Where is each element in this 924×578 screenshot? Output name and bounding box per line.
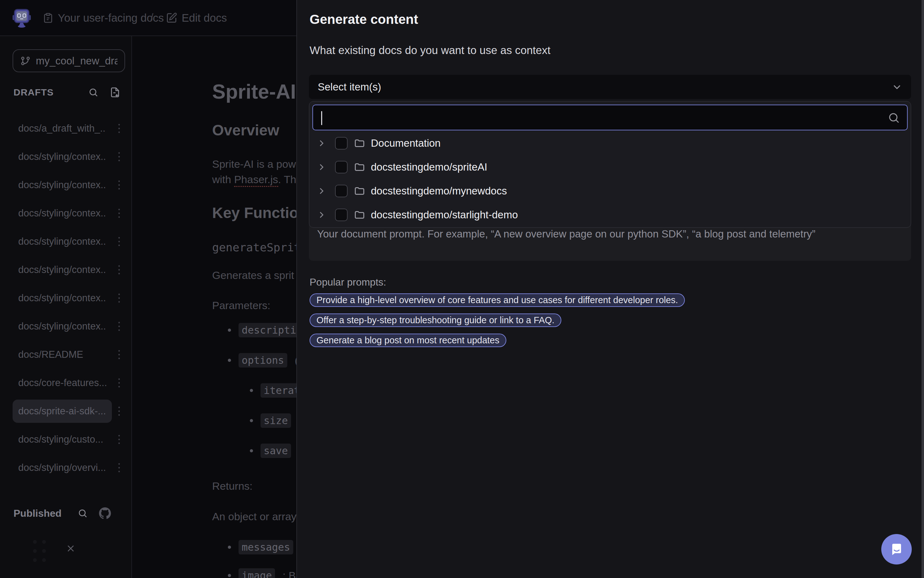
draft-list-item[interactable]: docs/styling/contex... [13, 227, 123, 256]
tree-item[interactable]: docstestingdemo/mynewdocs [309, 179, 911, 203]
kebab-menu-icon[interactable] [117, 208, 121, 219]
kebab-menu-icon[interactable] [117, 434, 121, 445]
folder-icon [354, 185, 365, 196]
tree-item[interactable]: Documentation [309, 131, 911, 155]
draft-label: docs/styling/contex... [18, 151, 106, 162]
draft-list-item[interactable]: docs/styling/overvi... [13, 454, 123, 482]
doc-key-functions-heading: Key Functio [212, 204, 299, 221]
context-question: What existing docs do you want to use as… [309, 44, 551, 57]
bottom-toolbar [0, 536, 94, 573]
doc-paragraph-line: with Phaser.js. Th [212, 174, 296, 186]
draft-list-item[interactable]: docs/styling/contex... [13, 256, 123, 284]
select-items-label: Select item(s) [318, 81, 381, 93]
breadcrumb-your-docs[interactable]: Your user-facing docs [43, 0, 164, 36]
tree-item-label: docstestingdemo/mynewdocs [371, 185, 507, 197]
dropdown-search-input[interactable] [313, 105, 907, 130]
chevron-right-icon[interactable] [316, 186, 327, 196]
search-icon [888, 112, 900, 124]
text-cursor [321, 111, 322, 125]
tree-item[interactable]: docstestingdemo/spriteAI [309, 155, 911, 179]
draft-list-item[interactable]: docs/sprite-ai-sdk-... [13, 397, 123, 425]
draft-list-item[interactable]: docs/a_draft_with_... [13, 114, 123, 143]
doc-returns-label: Returns: [212, 480, 253, 492]
draft-label: docs/styling/contex... [18, 321, 106, 332]
search-drafts-button[interactable] [88, 87, 98, 97]
search-icon [88, 87, 98, 97]
prompt-pill-label: Generate a blog post on most recent upda… [317, 335, 499, 346]
tree-item-label: Documentation [371, 137, 441, 149]
prompt-pill-button[interactable]: Provide a high-level overview of core fe… [309, 294, 685, 307]
draft-list-item[interactable]: docs/styling/contex... [13, 284, 123, 312]
doc-function-desc: Generates a sprit [212, 269, 294, 281]
kebab-menu-icon[interactable] [117, 292, 121, 304]
checkbox[interactable] [335, 137, 348, 149]
kebab-menu-icon[interactable] [117, 321, 121, 332]
draft-label: docs/styling/contex... [18, 208, 106, 219]
drafts-section-header: DRAFTS [13, 87, 120, 98]
kebab-menu-icon[interactable] [117, 377, 121, 388]
scrollbar[interactable] [921, 0, 924, 578]
git-branch-icon [20, 55, 31, 66]
chat-bubble-icon [889, 542, 904, 557]
phaser-link[interactable]: Phaser.js [234, 174, 278, 187]
breadcrumb-edit-docs[interactable]: Edit docs [166, 0, 227, 36]
kebab-menu-icon[interactable] [117, 349, 121, 360]
draft-list-item[interactable]: docs/core-features... [13, 369, 123, 397]
chevron-right-icon[interactable] [316, 138, 327, 149]
popular-prompts-label: Popular prompts: [309, 276, 386, 288]
file-plus-icon [110, 87, 120, 98]
checkbox[interactable] [335, 161, 348, 174]
chevron-right-icon[interactable] [316, 209, 327, 220]
doc-paragraph-line: Sprite-AI is a pow [212, 158, 296, 170]
kebab-menu-icon[interactable] [117, 264, 121, 276]
kebab-menu-icon[interactable] [117, 151, 121, 162]
chat-launcher-button[interactable] [881, 534, 912, 565]
file-pen-icon [166, 12, 177, 24]
docs-tree: Documentation docstestingdemo/spriteAI [309, 131, 911, 227]
prompt-pill-label: Provide a high-level overview of core fe… [317, 295, 678, 305]
doc-title: Sprite-AI [212, 80, 296, 103]
draft-list-item[interactable]: docs/styling/contex... [13, 171, 123, 199]
kebab-menu-icon[interactable] [117, 406, 121, 417]
breadcrumb-label: Your user-facing docs [58, 11, 164, 24]
folder-icon [354, 138, 365, 149]
kebab-menu-icon[interactable] [117, 123, 121, 134]
kebab-menu-icon[interactable] [117, 462, 121, 473]
draft-label: docs/styling/contex... [18, 264, 106, 276]
breadcrumb-separator: / [150, 0, 153, 36]
tree-item[interactable]: docstestingdemo/starlight-demo [309, 203, 911, 227]
checkbox[interactable] [335, 185, 348, 197]
draft-label: docs/core-features... [18, 377, 106, 388]
chevron-right-icon[interactable] [316, 162, 327, 172]
new-draft-button[interactable] [110, 87, 120, 98]
draft-list-item[interactable]: docs/styling/contex... [13, 312, 123, 341]
draft-list-item[interactable]: docs/styling/contex... [13, 199, 123, 227]
draft-label: docs/styling/overvi... [18, 462, 106, 473]
prompt-pill-button[interactable]: Offer a step-by-step troubleshooting gui… [309, 313, 561, 327]
checkbox[interactable] [335, 209, 348, 221]
draft-list-item[interactable]: docs/styling/custo... [13, 425, 123, 454]
branch-selector-button[interactable]: my_cool_new_dra... [13, 49, 125, 72]
generate-content-modal: Generate content What existing docs do y… [296, 0, 924, 578]
search-published-button[interactable] [78, 508, 88, 518]
select-items-dropdown[interactable]: Select item(s) [309, 75, 911, 99]
clipboard-icon [43, 13, 54, 23]
github-icon[interactable] [99, 507, 111, 519]
draft-list-item[interactable]: docs/styling/contex... [13, 143, 123, 171]
sidebar: my_cool_new_dra... DRAFTS [0, 36, 132, 578]
branch-name: my_cool_new_dra... [36, 55, 117, 67]
draft-list-item[interactable]: docs/README [13, 341, 123, 369]
draft-label: docs/styling/custo... [18, 434, 103, 445]
robot-logo-icon [12, 8, 31, 28]
folder-icon [354, 209, 365, 221]
draft-label: docs/styling/contex... [18, 292, 106, 304]
kebab-menu-icon[interactable] [117, 179, 121, 191]
close-icon[interactable] [66, 544, 75, 553]
drafts-list: docs/a_draft_with_... docs/styling/conte… [13, 114, 123, 482]
kebab-menu-icon[interactable] [117, 236, 121, 247]
breadcrumb-label: Edit docs [182, 11, 227, 24]
drag-handle-icon[interactable] [33, 540, 46, 562]
prompt-pill-label: Offer a step-by-step troubleshooting gui… [317, 315, 555, 325]
prompt-pill-button[interactable]: Generate a blog post on most recent upda… [309, 334, 506, 347]
draft-label: docs/styling/contex... [18, 236, 106, 247]
